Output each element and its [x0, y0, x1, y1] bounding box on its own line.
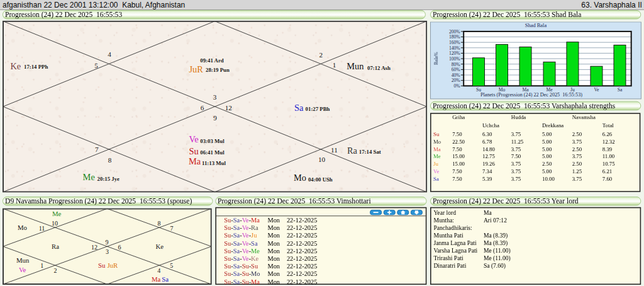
svg-text:Sa: Sa — [618, 86, 623, 92]
svg-text:8: 8 — [108, 156, 112, 164]
svg-text:0%: 0% — [453, 83, 460, 89]
svg-text:04:00 USh: 04:00 USh — [308, 176, 333, 183]
svg-text:Me: Me — [52, 210, 62, 217]
svg-text:17:14 Sat: 17:14 Sat — [359, 149, 381, 155]
svg-text:7: 7 — [95, 146, 99, 153]
svg-text:6: 6 — [118, 244, 121, 251]
svg-text:9: 9 — [106, 239, 109, 246]
svg-text:Mo: Mo — [294, 173, 306, 183]
svg-text:Ve: Ve — [19, 265, 26, 273]
svg-text:Ma: Ma — [152, 275, 161, 283]
svg-text:06:41 Mul: 06:41 Mul — [200, 149, 225, 156]
svg-text:Me: Me — [83, 172, 95, 182]
svg-text:1: 1 — [333, 61, 336, 69]
svg-text:9: 9 — [213, 114, 217, 122]
svg-text:Ra: Ra — [52, 242, 59, 249]
svg-text:Planets (Progression (24) 22 D: Planets (Progression (24) 22 Dec 2025 16… — [480, 92, 582, 98]
svg-text:Ma: Ma — [189, 156, 201, 166]
svg-text:11: 11 — [39, 224, 45, 231]
svg-text:Ve: Ve — [189, 134, 198, 144]
svg-text:Mun: Mun — [347, 61, 364, 71]
svg-text:20%: 20% — [452, 77, 461, 83]
svg-text:12: 12 — [225, 104, 232, 112]
svg-text:Mun: Mun — [16, 256, 30, 263]
svg-text:160%: 160% — [449, 40, 460, 45]
svg-text:Ke: Ke — [156, 242, 164, 249]
svg-text:100%: 100% — [449, 56, 460, 62]
svg-text:11:13 Mul: 11:13 Mul — [202, 160, 226, 166]
svg-text:Su: Su — [189, 146, 198, 156]
svg-text:11: 11 — [331, 146, 338, 154]
svg-text:5: 5 — [94, 62, 98, 69]
svg-text:JuR: JuR — [107, 261, 118, 269]
svg-text:17:14 PPh: 17:14 PPh — [24, 64, 48, 70]
svg-text:40%: 40% — [452, 72, 461, 77]
svg-text:140%: 140% — [449, 45, 460, 50]
svg-text:4: 4 — [157, 266, 160, 273]
svg-text:10: 10 — [318, 156, 326, 163]
svg-text:5: 5 — [170, 262, 173, 269]
svg-text:Ve: Ve — [594, 86, 599, 92]
svg-text:Ra: Ra — [347, 146, 358, 156]
svg-text:8: 8 — [158, 220, 161, 227]
svg-text:07:12 Ash: 07:12 Ash — [367, 65, 391, 71]
svg-text:1: 1 — [40, 262, 43, 269]
svg-text:Sa: Sa — [162, 275, 169, 283]
svg-text:09:41 Ard: 09:41 Ard — [200, 57, 223, 64]
svg-text:3: 3 — [213, 93, 217, 101]
svg-text:6: 6 — [201, 104, 204, 112]
svg-text:Su: Su — [98, 261, 106, 269]
svg-text:200%: 200% — [449, 28, 460, 34]
svg-text:Sa: Sa — [294, 103, 304, 113]
svg-text:80%: 80% — [452, 61, 461, 67]
svg-text:JuR: JuR — [189, 64, 203, 74]
svg-text:2: 2 — [319, 51, 323, 59]
svg-text:60%: 60% — [452, 67, 461, 72]
svg-text:01:27 PBh: 01:27 PBh — [306, 106, 330, 112]
svg-text:120%: 120% — [449, 50, 460, 56]
svg-text:3: 3 — [106, 248, 109, 255]
svg-text:Bala%: Bala% — [433, 52, 439, 65]
svg-text:20:15 Jye: 20:15 Jye — [97, 176, 120, 182]
svg-text:2: 2 — [54, 266, 57, 273]
svg-text:180%: 180% — [449, 34, 460, 40]
svg-text:7: 7 — [170, 224, 174, 231]
svg-text:10: 10 — [52, 220, 58, 227]
svg-text:Shad Bala: Shad Bala — [525, 23, 547, 28]
svg-text:12: 12 — [91, 244, 97, 251]
svg-text:4: 4 — [108, 50, 111, 58]
svg-text:03:03 Mul: 03:03 Mul — [200, 138, 225, 144]
svg-text:28:19 Pun: 28:19 Pun — [206, 67, 230, 73]
svg-text:Ke: Ke — [10, 61, 21, 71]
svg-text:Mo: Mo — [18, 224, 27, 231]
